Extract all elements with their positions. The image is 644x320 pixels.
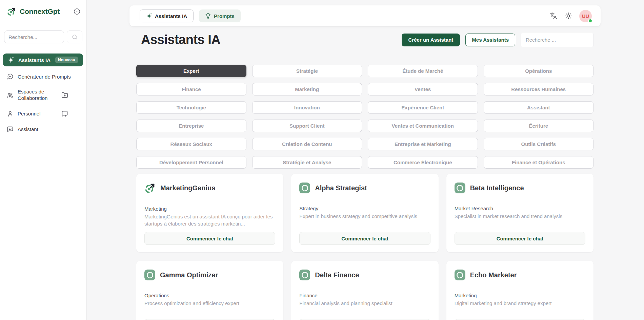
user-avatar[interactable]: UU	[579, 10, 592, 22]
start-chat-button[interactable]: Commencer le chat	[144, 232, 275, 245]
tab-assistants-ia[interactable]: Assistants IA	[140, 9, 194, 22]
category-chip-creation-de-contenu[interactable]: Création de Contenu	[252, 138, 362, 150]
sidebar-collapse-button[interactable]	[73, 7, 81, 16]
category-chip-assistant[interactable]: Assistant	[484, 101, 594, 114]
connextgpt-logo-icon	[144, 183, 156, 194]
sidebar-item-personnel[interactable]: Personnel	[0, 107, 86, 121]
sparkles-icon	[146, 13, 152, 19]
main-content: Assistants IA Créer un Assistant Mes Ass…	[136, 0, 593, 320]
assistant-name: MarketingGenius	[160, 184, 215, 192]
assistant-description: Specialist in market research and trend …	[455, 213, 585, 220]
sidebar: ConnextGpt Assistants IA Nouveau	[0, 0, 87, 320]
assistant-card-beta-intelligence: Beta IntelligenceMarket ResearchSpeciali…	[446, 174, 593, 252]
sidebar-search-input[interactable]	[4, 30, 64, 43]
sidebar-item-assistants-ia[interactable]: Assistants IA Nouveau	[3, 54, 83, 66]
assistant-description: Digital marketing and brand strategy exp…	[455, 300, 585, 307]
sidebar-item-label: Personnel	[18, 111, 41, 116]
my-assistants-button[interactable]: Mes Assistants	[465, 34, 515, 46]
sidebar-item-label: Assistants IA	[18, 57, 51, 63]
assistant-name: Gamma Optimizer	[160, 271, 218, 279]
tab-prompts[interactable]: Prompts	[199, 9, 241, 22]
category-chip-ressources-humaines[interactable]: Ressources Humaines	[484, 83, 594, 95]
assistant-card-gamma-optimizer: Gamma OptimizerOperationsProcess optimiz…	[136, 261, 283, 320]
online-status-dot	[588, 19, 592, 23]
openai-logo-icon	[144, 270, 155, 280]
category-chip-ecriture[interactable]: Écriture	[484, 120, 594, 132]
assistant-card-header: Echo Marketer	[455, 270, 585, 280]
message-plus-icon[interactable]	[61, 110, 68, 117]
assistant-category: Operations	[144, 293, 275, 298]
sidebar-item-label: Assistant	[18, 126, 38, 132]
assistant-card-delta-finance: Delta FinanceFinanceFinancial analysis a…	[291, 261, 438, 320]
category-chip-experience-client[interactable]: Expérience Client	[368, 101, 478, 114]
new-badge: Nouveau	[55, 57, 78, 63]
language-icon	[550, 12, 557, 20]
personnel-icon	[7, 110, 14, 117]
avatar-initials: UU	[582, 13, 589, 19]
category-chip-ventes-et-communication[interactable]: Ventes et Communication	[368, 120, 478, 132]
topbar: Assistants IA Prompts UU	[129, 5, 601, 26]
category-chip-operations[interactable]: Opérations	[484, 65, 594, 77]
category-chip-marketing[interactable]: Marketing	[252, 83, 362, 95]
category-chip-technologie[interactable]: Technologie	[136, 101, 246, 114]
assistant-card-header: MarketingGenius	[144, 183, 275, 194]
search-icon	[72, 34, 78, 40]
category-chip-finance-et-operations[interactable]: Finance et Opérations	[484, 156, 594, 169]
assistant-category: Market Research	[455, 206, 585, 211]
assistant-card-header: Delta Finance	[299, 270, 430, 280]
page-title: Assistants IA	[141, 33, 220, 47]
sidebar-nav: Assistants IA Nouveau Générateur de Prom…	[0, 54, 86, 136]
assistant-card-echo-marketer: Echo MarketerMarketingDigital marketing …	[446, 261, 593, 320]
category-chip-ventes[interactable]: Ventes	[368, 83, 478, 95]
category-chip-reseaux-sociaux[interactable]: Réseaux Sociaux	[136, 138, 246, 150]
category-grid: ExpertStratégieÉtude de MarchéOpérations…	[136, 65, 593, 169]
sidebar-search-button[interactable]	[67, 30, 82, 43]
create-assistant-button[interactable]: Créer un Assistant	[402, 34, 460, 46]
collaboration-icon	[7, 92, 14, 99]
assistant-description: Expert in business strategy and competit…	[299, 213, 430, 220]
sidebar-item-espaces-de-collaboration[interactable]: Espaces de Collaboration	[0, 85, 86, 105]
assistants-search-input[interactable]	[521, 33, 593, 47]
assistant-category: Marketing	[455, 293, 585, 298]
sidebar-item-label: Espaces de Collaboration	[18, 89, 56, 102]
language-button[interactable]	[549, 12, 558, 20]
openai-logo-icon	[455, 183, 465, 193]
folder-plus-icon[interactable]	[61, 92, 68, 99]
assistant-name: Alpha Strategist	[315, 184, 367, 192]
category-chip-innovation[interactable]: Innovation	[252, 101, 362, 114]
category-chip-finance[interactable]: Finance	[136, 83, 246, 95]
assistant-category: Strategy	[299, 206, 430, 211]
category-chip-etude-de-marche[interactable]: Étude de Marché	[368, 65, 478, 77]
category-chip-entreprise[interactable]: Entreprise	[136, 120, 246, 132]
assistant-category: Marketing	[144, 206, 275, 212]
sidebar-item-generateur-de-prompts[interactable]: Générateur de Prompts	[0, 70, 86, 83]
page-header: Assistants IA Créer un Assistant Mes Ass…	[136, 33, 593, 47]
topbar-actions: UU	[549, 10, 592, 22]
start-chat-button[interactable]: Commencer le chat	[299, 232, 430, 245]
assistant-grid: MarketingGeniusMarketingMarketingGenius …	[136, 174, 593, 320]
category-chip-entreprise-et-marketing[interactable]: Entreprise et Marketing	[368, 138, 478, 150]
tab-label: Prompts	[214, 13, 235, 19]
category-chip-support-client[interactable]: Support Client	[252, 120, 362, 132]
assistant-card-header: Alpha Strategist	[299, 183, 430, 193]
category-chip-outils-creatifs[interactable]: Outils Créatifs	[484, 138, 594, 150]
category-chip-strategie-et-analyse[interactable]: Stratégie et Analyse	[252, 156, 362, 169]
assistant-category: Finance	[299, 293, 430, 298]
lightbulb-icon	[205, 13, 211, 19]
assistant-card-alpha-strategist: Alpha StrategistStrategyExpert in busine…	[291, 174, 438, 252]
collapse-icon	[73, 8, 81, 15]
assistant-name: Beta Intelligence	[470, 184, 524, 192]
category-chip-commerce-electronique[interactable]: Commerce Électronique	[368, 156, 478, 169]
assistant-icon	[7, 126, 14, 133]
theme-icon	[565, 12, 572, 20]
category-chip-strategie[interactable]: Stratégie	[252, 65, 362, 77]
sparkles-icon	[7, 57, 14, 63]
theme-toggle-button[interactable]	[564, 12, 572, 20]
openai-logo-icon	[299, 270, 310, 280]
start-chat-button[interactable]: Commencer le chat	[455, 232, 585, 245]
category-chip-developpement-personnel[interactable]: Développement Personnel	[136, 156, 246, 169]
assistant-name: Echo Marketer	[470, 271, 517, 279]
category-chip-expert[interactable]: Expert	[136, 65, 246, 77]
app-name: ConnextGpt	[20, 7, 69, 16]
sidebar-item-assistant[interactable]: Assistant	[0, 123, 86, 136]
